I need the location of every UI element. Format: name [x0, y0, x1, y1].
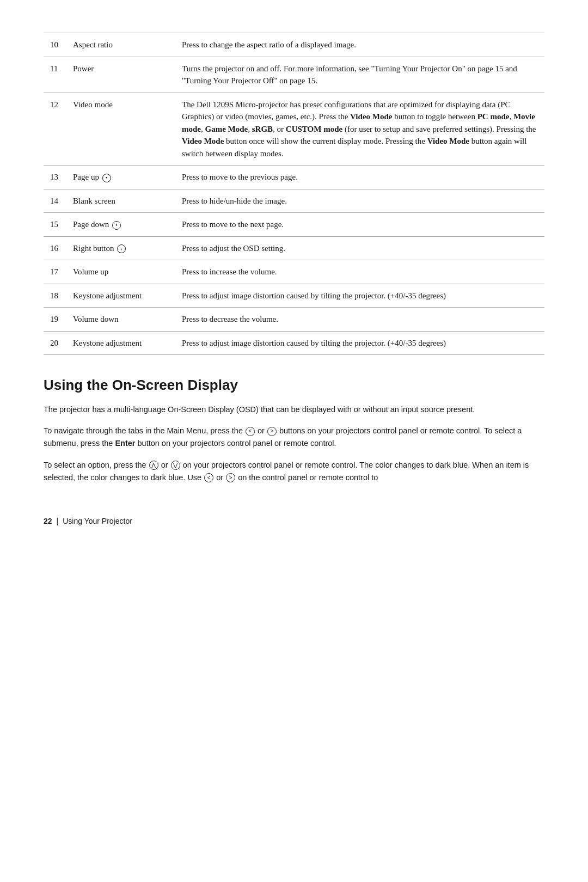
- video-mode-bold2: PC mode: [477, 112, 510, 121]
- table-row: 19 Volume down Press to decrease the vol…: [44, 308, 544, 332]
- row-desc: Press to increase the volume.: [175, 260, 544, 284]
- row-name: Page up •: [66, 166, 175, 189]
- left-arrow-icon-2: <: [204, 473, 213, 482]
- row-desc: Turns the projector on and off. For more…: [175, 57, 544, 93]
- row-name: Volume up: [66, 260, 175, 284]
- table-row: 16 Right button › Press to adjust the OS…: [44, 236, 544, 260]
- row-name: Volume down: [66, 308, 175, 332]
- table-row: 13 Page up • Press to move to the previo…: [44, 166, 544, 189]
- video-mode-mid1: button to toggle between: [392, 112, 477, 121]
- table-row: 10 Aspect ratio Press to change the aspe…: [44, 33, 544, 57]
- row-num: 20: [44, 331, 66, 355]
- row-name: Blank screen: [66, 189, 175, 213]
- row-desc: Press to hide/un-hide the image.: [175, 189, 544, 213]
- row-desc: Press to change the aspect ratio of a di…: [175, 33, 544, 57]
- row-name: Power: [66, 57, 175, 93]
- left-arrow-icon: <: [246, 427, 255, 436]
- row-desc: Press to adjust the OSD setting.: [175, 236, 544, 260]
- row-desc: Press to adjust image distortion caused …: [175, 284, 544, 308]
- table-row: 20 Keystone adjustment Press to adjust i…: [44, 331, 544, 355]
- video-mode-mid3: ,: [201, 125, 205, 133]
- row-desc: Press to decrease the volume.: [175, 308, 544, 332]
- video-mode-bold5: sRGB: [252, 125, 273, 133]
- row-num: 11: [44, 57, 66, 93]
- table-row: 11 Power Turns the projector on and off.…: [44, 57, 544, 93]
- table-row: 17 Volume up Press to increase the volum…: [44, 260, 544, 284]
- table-row: 18 Keystone adjustment Press to adjust i…: [44, 284, 544, 308]
- row-num: 13: [44, 166, 66, 189]
- right-arrow-icon-2: >: [226, 473, 235, 482]
- row-name: Keystone adjustment: [66, 331, 175, 355]
- row-desc: Press to adjust image distortion caused …: [175, 331, 544, 355]
- video-mode-bold6: CUSTOM mode: [286, 125, 342, 133]
- row-num: 16: [44, 236, 66, 260]
- video-mode-mid7: button once will show the current displa…: [224, 137, 427, 145]
- row-num: 19: [44, 308, 66, 332]
- enter-bold: Enter: [115, 439, 135, 448]
- row-desc: Press to move to the previous page.: [175, 166, 544, 189]
- video-mode-mid2: ,: [509, 112, 513, 121]
- table-row: 14 Blank screen Press to hide/un-hide th…: [44, 189, 544, 213]
- video-mode-mid5: , or: [273, 125, 286, 133]
- right-arrow-icon: ›: [117, 244, 126, 253]
- dot-icon: •: [102, 174, 111, 182]
- row-num: 10: [44, 33, 66, 57]
- video-mode-mid4: ,: [248, 125, 252, 133]
- dot-icon: •: [112, 221, 121, 230]
- video-mode-bold8: Video Mode: [427, 137, 469, 145]
- table-row: 15 Page down • Press to move to the next…: [44, 213, 544, 237]
- row-name: Aspect ratio: [66, 33, 175, 57]
- paragraph-2: To navigate through the tabs in the Main…: [44, 425, 544, 450]
- down-arrow-icon: ⋁: [171, 461, 180, 470]
- footer-page-number: 22: [44, 517, 52, 525]
- row-name: Right button ›: [66, 236, 175, 260]
- video-mode-mid6: (for user to setup and save preferred se…: [342, 125, 536, 133]
- reference-table: 10 Aspect ratio Press to change the aspe…: [44, 33, 544, 355]
- row-desc-video-mode: The Dell 1209S Micro-projector has prese…: [175, 93, 544, 166]
- row-desc: Press to move to the next page.: [175, 213, 544, 237]
- paragraph-3: To select an option, press the ⋀ or ⋁ on…: [44, 459, 544, 484]
- paragraph-1: The projector has a multi-language On-Sc…: [44, 403, 544, 416]
- row-num: 17: [44, 260, 66, 284]
- row-name: Page down •: [66, 213, 175, 237]
- right-arrow-icon: >: [267, 427, 277, 436]
- row-name: Video mode: [66, 93, 175, 166]
- up-arrow-icon: ⋀: [149, 461, 158, 470]
- section-heading: Using the On-Screen Display: [44, 377, 544, 394]
- row-num: 14: [44, 189, 66, 213]
- table-row: 12 Video mode The Dell 1209S Micro-proje…: [44, 93, 544, 166]
- row-name: Keystone adjustment: [66, 284, 175, 308]
- footer-divider: |: [57, 517, 59, 525]
- row-num: 12: [44, 93, 66, 166]
- video-mode-bold7: Video Mode: [182, 137, 224, 145]
- row-num: 15: [44, 213, 66, 237]
- video-mode-bold1: Video Mode: [350, 112, 392, 121]
- footer: 22 | Using Your Projector: [44, 517, 544, 525]
- row-num: 18: [44, 284, 66, 308]
- footer-text: Using Your Projector: [63, 517, 132, 525]
- video-mode-bold4: Game Mode: [205, 125, 248, 133]
